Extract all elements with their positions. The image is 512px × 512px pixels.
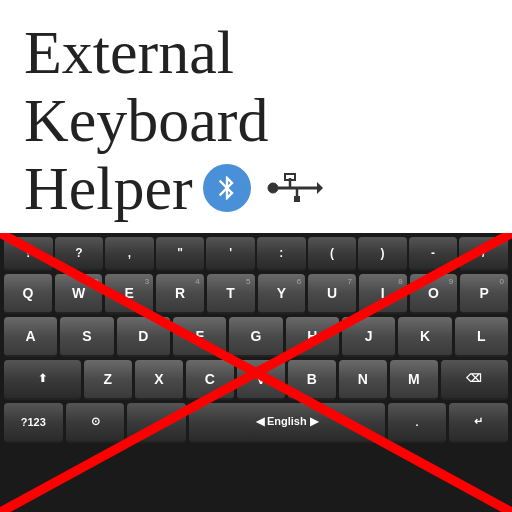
- key-x[interactable]: X: [135, 360, 183, 400]
- title-area: External Keyboard Helper: [0, 0, 512, 233]
- key-h[interactable]: H: [286, 317, 339, 357]
- row-zxcv: ⬆ Z X C V B N M ⌫: [2, 360, 510, 400]
- key-k[interactable]: K: [398, 317, 451, 357]
- title-line1: External: [24, 18, 488, 86]
- svg-point-0: [268, 183, 278, 193]
- key-u[interactable]: U7: [308, 274, 356, 314]
- key-space[interactable]: ◀ English ▶: [189, 403, 385, 443]
- key-z[interactable]: Z: [84, 360, 132, 400]
- title-line3-text: Helper: [24, 154, 193, 222]
- key-t[interactable]: T5: [207, 274, 255, 314]
- key-s[interactable]: S: [60, 317, 113, 357]
- key-comma-sym[interactable]: ,: [105, 237, 154, 271]
- key-exclaim[interactable]: !: [4, 237, 53, 271]
- key-period[interactable]: .: [388, 403, 447, 443]
- usb-icon: [265, 172, 323, 204]
- bluetooth-icon: [203, 164, 251, 212]
- key-e[interactable]: E3: [105, 274, 153, 314]
- key-o[interactable]: O9: [410, 274, 458, 314]
- key-a[interactable]: A: [4, 317, 57, 357]
- key-globe[interactable]: ⊙: [66, 403, 125, 443]
- row-asdf: A S D F G H J K L: [2, 317, 510, 357]
- key-colon[interactable]: :: [257, 237, 306, 271]
- key-backspace[interactable]: ⌫: [441, 360, 508, 400]
- key-comma-bottom[interactable]: ,: [127, 403, 186, 443]
- key-y[interactable]: Y6: [258, 274, 306, 314]
- title-line2: Keyboard: [24, 86, 488, 154]
- num-row: ! ? , " ' : ( ) - /: [2, 237, 510, 271]
- key-d[interactable]: D: [117, 317, 170, 357]
- key-apostrophe[interactable]: ': [206, 237, 255, 271]
- keyboard-area: ! ? , " ' : ( ) - / Q W2 E3 R4 T5 Y6 U7 …: [0, 233, 512, 512]
- key-lparen[interactable]: (: [308, 237, 357, 271]
- app: External Keyboard Helper: [0, 0, 512, 512]
- key-n[interactable]: N: [339, 360, 387, 400]
- key-question[interactable]: ?: [55, 237, 104, 271]
- key-c[interactable]: C: [186, 360, 234, 400]
- key-p[interactable]: P0: [460, 274, 508, 314]
- key-m[interactable]: M: [390, 360, 438, 400]
- key-v[interactable]: V: [237, 360, 285, 400]
- key-dash[interactable]: -: [409, 237, 458, 271]
- key-g[interactable]: G: [229, 317, 282, 357]
- row-bottom: ?123 ⊙ , ◀ English ▶ . ↵: [2, 403, 510, 443]
- key-slash[interactable]: /: [459, 237, 508, 271]
- svg-rect-3: [285, 174, 295, 180]
- row-qwerty: Q W2 E3 R4 T5 Y6 U7 I8 O9 P0: [2, 274, 510, 314]
- key-f[interactable]: F: [173, 317, 226, 357]
- key-w[interactable]: W2: [55, 274, 103, 314]
- key-b[interactable]: B: [288, 360, 336, 400]
- svg-marker-7: [317, 182, 323, 194]
- key-sym[interactable]: ?123: [4, 403, 63, 443]
- key-shift[interactable]: ⬆: [4, 360, 81, 400]
- key-quote[interactable]: ": [156, 237, 205, 271]
- key-j[interactable]: J: [342, 317, 395, 357]
- key-rparen[interactable]: ): [358, 237, 407, 271]
- key-i[interactable]: I8: [359, 274, 407, 314]
- key-q[interactable]: Q: [4, 274, 52, 314]
- key-r[interactable]: R4: [156, 274, 204, 314]
- svg-rect-5: [294, 196, 300, 202]
- key-enter[interactable]: ↵: [449, 403, 508, 443]
- key-l[interactable]: L: [455, 317, 508, 357]
